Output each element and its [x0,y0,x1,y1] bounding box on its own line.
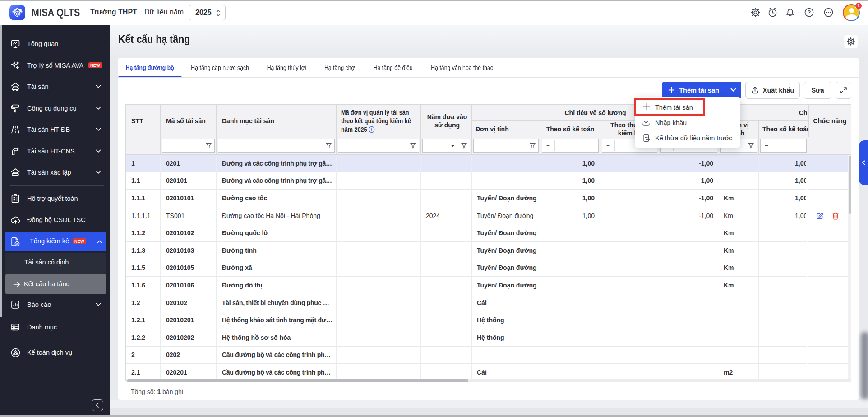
svg-text:?: ? [808,9,811,16]
